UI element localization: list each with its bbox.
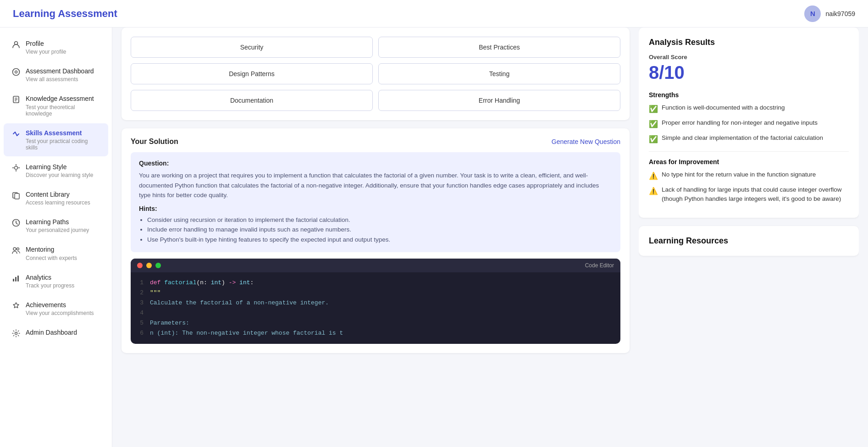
score-value: 8/10 — [649, 62, 849, 83]
sidebar-item-profile[interactable]: ProfileView your profile — [4, 34, 108, 61]
strengths-label: Strengths — [649, 91, 849, 99]
line-number: 4 — [131, 308, 150, 318]
sidebar-item-assessment-dashboard[interactable]: Assessment DashboardView all assessments — [4, 61, 108, 88]
sidebar-item-title: Skills Assessment — [26, 129, 100, 137]
check-icon: ✅ — [649, 104, 658, 115]
topic-btn-error-handling[interactable]: Error Handling — [378, 90, 620, 111]
app-title: Learning Assessment — [13, 8, 117, 20]
sidebar-item-subtitle: Test your theoretical knowledge — [26, 104, 100, 117]
svg-point-7 — [15, 166, 18, 169]
improvement-item: ⚠️Lack of handling for large inputs that… — [649, 185, 849, 204]
line-number: 2 — [131, 288, 150, 298]
question-box: Question: You are working on a project t… — [131, 152, 620, 252]
topic-btn-design-patterns[interactable]: Design Patterns — [131, 63, 373, 84]
solution-title: Your Solution — [131, 138, 178, 146]
solution-header: Your Solution Generate New Question — [131, 138, 620, 146]
topic-btn-documentation[interactable]: Documentation — [131, 90, 373, 111]
sidebar-item-title: Admin Dashboard — [26, 328, 77, 337]
question-text: You are working on a project that requir… — [139, 171, 612, 200]
improvements-label: Areas for Improvement — [649, 158, 849, 166]
svg-point-18 — [17, 248, 19, 250]
close-dot — [137, 263, 143, 268]
sidebar-item-subtitle: View all assessments — [26, 76, 94, 83]
hints-list: Consider using recursion or iteration to… — [139, 215, 612, 245]
line-code: Parameters: — [150, 318, 620, 328]
line-code: n (int): The non-negative integer whose … — [150, 328, 620, 338]
right-panel: Analysis Results Overall Score 8/10 Stre… — [639, 28, 859, 438]
solution-card: Your Solution Generate New Question Ques… — [122, 128, 630, 353]
username: naik97059 — [825, 10, 855, 17]
strength-item: ✅Proper error handling for non-integer a… — [649, 118, 849, 130]
line-number: 3 — [131, 298, 150, 308]
sidebar-item-subtitle: Discover your learning style — [26, 172, 93, 178]
maximize-dot — [155, 263, 161, 268]
admin-dashboard-icon — [12, 329, 20, 340]
resources-title: Learning Resources — [649, 236, 849, 246]
hint-item: Consider using recursion or iteration to… — [147, 215, 612, 225]
code-line: 5 Parameters: — [131, 318, 620, 328]
resources-card: Learning Resources — [639, 226, 859, 256]
sidebar-item-subtitle: Access learning resources — [26, 199, 90, 206]
line-number: 5 — [131, 318, 150, 328]
svg-point-2 — [15, 71, 17, 73]
sidebar-item-knowledge-assessment[interactable]: Knowledge AssessmentTest your theoretica… — [4, 89, 108, 122]
main-content: SecurityBest PracticesDesign PatternsTes… — [112, 28, 868, 447]
strength-text: Simple and clear implementation of the f… — [662, 133, 823, 143]
sidebar-item-subtitle: View your profile — [26, 49, 66, 55]
code-editor-bar: Code Editor — [131, 259, 620, 272]
strengths-list: ✅Function is well-documented with a docs… — [649, 103, 849, 145]
sidebar-item-admin-dashboard[interactable]: Admin Dashboard — [4, 323, 108, 345]
improvements-list: ⚠️No type hint for the return value in t… — [649, 170, 849, 204]
svg-line-16 — [16, 223, 17, 224]
warning-icon: ⚠️ — [649, 186, 658, 197]
sidebar-item-content-library[interactable]: Content LibraryAccess learning resources — [4, 185, 108, 211]
sidebar-item-subtitle: Test your practical coding skills — [26, 138, 100, 151]
code-line: 1def factorial(n: int) -> int: — [131, 278, 620, 288]
sidebar-item-title: Content Library — [26, 190, 90, 199]
mentoring-icon — [12, 246, 20, 257]
minimize-dot — [146, 263, 152, 268]
improvement-item: ⚠️No type hint for the return value in t… — [649, 170, 849, 182]
code-line: 3 Calculate the factorial of a non-negat… — [131, 298, 620, 308]
svg-point-1 — [13, 69, 20, 76]
sidebar-item-title: Assessment Dashboard — [26, 67, 94, 75]
code-editor-label: Code Editor — [585, 262, 614, 269]
content-library-icon — [12, 191, 20, 202]
assessment-dashboard-icon — [12, 68, 20, 78]
learning-style-icon — [12, 164, 20, 174]
hints-label: Hints: — [139, 205, 612, 212]
analytics-icon — [12, 274, 20, 285]
topic-btn-testing[interactable]: Testing — [378, 63, 620, 84]
sidebar-item-title: Mentoring — [26, 245, 77, 254]
check-icon: ✅ — [649, 134, 658, 145]
sidebar-item-subtitle: Connect with experts — [26, 255, 77, 261]
score-label: Overall Score — [649, 54, 849, 61]
sidebar-item-learning-paths[interactable]: Learning PathsYour personalized journey — [4, 212, 108, 239]
sidebar-item-skills-assessment[interactable]: Skills AssessmentTest your practical cod… — [4, 123, 108, 156]
sidebar-item-analytics[interactable]: AnalyticsTrack your progress — [4, 268, 108, 294]
svg-rect-20 — [15, 277, 17, 281]
check-icon: ✅ — [649, 119, 658, 130]
strength-text: Proper error handling for non-integer an… — [662, 118, 818, 127]
strength-item: ✅Function is well-documented with a docs… — [649, 103, 849, 115]
sidebar-item-learning-style[interactable]: Learning StyleDiscover your learning sty… — [4, 157, 108, 184]
code-body[interactable]: 1def factorial(n: int) -> int:2 """3 Cal… — [131, 272, 620, 344]
sidebar-item-subtitle: Track your progress — [26, 282, 74, 289]
code-line: 6 n (int): The non-negative integer whos… — [131, 328, 620, 338]
analysis-title: Analysis Results — [649, 38, 849, 47]
analysis-card: Analysis Results Overall Score 8/10 Stre… — [639, 28, 859, 218]
avatar: N — [804, 6, 821, 22]
topic-btn-best-practices[interactable]: Best Practices — [378, 37, 620, 58]
svg-rect-21 — [17, 276, 19, 281]
topic-btn-security[interactable]: Security — [131, 37, 373, 58]
topic-card: SecurityBest PracticesDesign PatternsTes… — [122, 28, 630, 120]
generate-new-question-link[interactable]: Generate New Question — [552, 138, 620, 145]
sidebar-item-subtitle: View your accomplishments — [26, 310, 94, 316]
learning-paths-icon — [12, 219, 20, 229]
sidebar: ProfileView your profileAssessment Dashb… — [0, 28, 112, 447]
svg-point-17 — [13, 248, 16, 250]
center-panel: SecurityBest PracticesDesign PatternsTes… — [122, 28, 630, 438]
code-line: 4 — [131, 308, 620, 318]
sidebar-item-mentoring[interactable]: MentoringConnect with experts — [4, 240, 108, 266]
sidebar-item-achievements[interactable]: AchievementsView your accomplishments — [4, 295, 108, 322]
